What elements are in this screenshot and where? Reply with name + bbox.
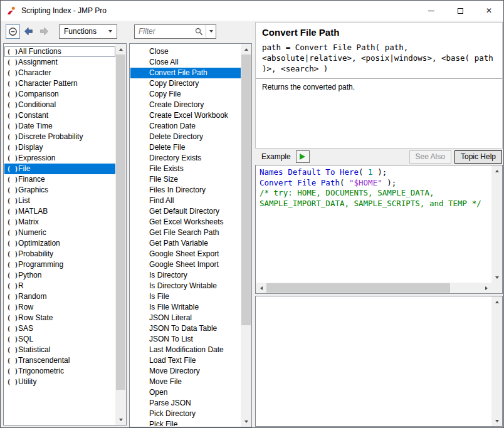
scroll-right-button[interactable]: [481, 283, 491, 293]
filter-options-dropdown[interactable]: [206, 25, 216, 38]
scroll-left-button[interactable]: [256, 283, 266, 293]
function-item[interactable]: Google Sheet Export: [130, 249, 241, 259]
category-item[interactable]: ( )Statistical: [4, 345, 115, 355]
example-code-editor[interactable]: Names Default To Here( 1 );Convert File …: [255, 165, 503, 294]
category-item[interactable]: ( )Matrix: [4, 217, 115, 227]
function-item[interactable]: Convert File Path: [130, 68, 241, 78]
category-item[interactable]: ( )Probability: [4, 249, 115, 259]
scrollbar-thumb[interactable]: [266, 283, 450, 293]
code-vertical-scrollbar[interactable]: [491, 165, 502, 283]
category-item[interactable]: ( )Finance: [4, 174, 115, 185]
function-item[interactable]: Get File Search Path: [130, 227, 241, 238]
example-output-pane[interactable]: [255, 296, 503, 427]
category-item[interactable]: ( )All Functions: [4, 46, 115, 57]
forward-button[interactable]: [36, 24, 51, 39]
run-example-button[interactable]: [296, 150, 310, 163]
category-scrollbar[interactable]: [115, 44, 126, 425]
category-item[interactable]: ( )Discrete Probability: [4, 132, 115, 142]
function-item[interactable]: Move Directory: [130, 366, 241, 377]
category-item[interactable]: ( )SQL: [4, 334, 115, 345]
function-item[interactable]: Open: [130, 387, 241, 398]
minimize-button[interactable]: [417, 1, 446, 21]
category-item[interactable]: ( )Constant: [4, 110, 115, 121]
function-item[interactable]: File Size: [130, 174, 241, 185]
function-item[interactable]: Get Excel Worksheets: [130, 217, 241, 227]
function-item[interactable]: Google Sheet Import: [130, 259, 241, 270]
function-item[interactable]: Is File: [130, 291, 241, 302]
category-item[interactable]: ( )Transcendental: [4, 355, 115, 366]
function-item[interactable]: Get Path Variable: [130, 238, 241, 249]
scroll-up-button[interactable]: [115, 44, 126, 55]
function-item[interactable]: Copy Directory: [130, 78, 241, 89]
category-item[interactable]: ( )Conditional: [4, 100, 115, 110]
close-button[interactable]: ✕: [475, 1, 503, 21]
scroll-down-button[interactable]: [241, 416, 251, 427]
category-item[interactable]: ( )Graphics: [4, 185, 115, 196]
example-code[interactable]: Names Default To Here( 1 );Convert File …: [256, 165, 491, 283]
function-item[interactable]: Close: [130, 46, 241, 57]
category-item[interactable]: ( )R: [4, 281, 115, 291]
output-scrollbar[interactable]: [491, 296, 502, 426]
scrollbar-thumb[interactable]: [116, 55, 125, 390]
filter-input[interactable]: [135, 25, 195, 38]
function-item[interactable]: Load Text File: [130, 355, 241, 366]
category-item[interactable]: ( )List: [4, 196, 115, 206]
function-item[interactable]: Directory Exists: [130, 153, 241, 164]
scroll-down-button[interactable]: [115, 414, 126, 425]
category-item[interactable]: ( )MATLAB: [4, 206, 115, 217]
category-item[interactable]: ( )Comparison: [4, 89, 115, 100]
collapse-button[interactable]: [6, 24, 20, 39]
function-item[interactable]: Creation Date: [130, 121, 241, 132]
function-item[interactable]: Get Default Directory: [130, 206, 241, 217]
category-item[interactable]: ( )Optimization: [4, 238, 115, 249]
scroll-down-button[interactable]: [491, 272, 502, 283]
category-item[interactable]: ( )Date Time: [4, 121, 115, 132]
function-item[interactable]: Is File Writable: [130, 302, 241, 313]
back-button[interactable]: [21, 24, 36, 39]
function-item[interactable]: Create Directory: [130, 100, 241, 110]
category-item[interactable]: ( )Trigonometric: [4, 366, 115, 377]
function-item[interactable]: Delete Directory: [130, 132, 241, 142]
function-item[interactable]: Delete File: [130, 142, 241, 153]
topic-help-button[interactable]: Topic Help: [454, 150, 502, 164]
function-scrollbar[interactable]: [241, 44, 251, 427]
category-item[interactable]: ( )Character: [4, 68, 115, 78]
code-horizontal-scrollbar[interactable]: [256, 283, 491, 293]
category-item[interactable]: ( )Random: [4, 291, 115, 302]
function-item[interactable]: Create Excel Workbook: [130, 110, 241, 121]
function-item[interactable]: File Exists: [130, 164, 241, 174]
scroll-up-button[interactable]: [491, 296, 502, 307]
category-item[interactable]: ( )Numeric: [4, 227, 115, 238]
function-item[interactable]: Parse JSON: [130, 398, 241, 409]
item-type-dropdown[interactable]: Functions: [59, 24, 117, 39]
function-item[interactable]: Close All: [130, 57, 241, 68]
category-item[interactable]: ( )Character Pattern: [4, 78, 115, 89]
function-item[interactable]: JSON To List: [130, 334, 241, 345]
function-item[interactable]: JSON Literal: [130, 313, 241, 323]
function-item[interactable]: Is Directory: [130, 270, 241, 281]
category-item[interactable]: ( )File: [4, 164, 115, 174]
scroll-down-button[interactable]: [491, 415, 502, 426]
maximize-button[interactable]: [446, 1, 475, 21]
function-item[interactable]: Is Directory Writable: [130, 281, 241, 291]
category-item[interactable]: ( )Python: [4, 270, 115, 281]
function-item[interactable]: Move File: [130, 377, 241, 387]
function-item[interactable]: Pick File: [130, 419, 241, 426]
category-item[interactable]: ( )Expression: [4, 153, 115, 164]
function-item[interactable]: Last Modification Date: [130, 345, 241, 355]
category-item[interactable]: ( )Assignment: [4, 57, 115, 68]
function-item[interactable]: Copy File: [130, 89, 241, 100]
function-item[interactable]: Files In Directory: [130, 185, 241, 196]
function-item[interactable]: Pick Directory: [130, 409, 241, 419]
see-also-button[interactable]: See Also: [409, 150, 451, 164]
category-item[interactable]: ( )SAS: [4, 323, 115, 334]
category-item[interactable]: ( )Row State: [4, 313, 115, 323]
category-item[interactable]: ( )Display: [4, 142, 115, 153]
category-item[interactable]: ( )Utility: [4, 377, 115, 387]
function-item[interactable]: Find All: [130, 196, 241, 206]
category-item[interactable]: ( )Row: [4, 302, 115, 313]
scrollbar-thumb[interactable]: [241, 55, 251, 325]
category-item[interactable]: ( )Programming: [4, 259, 115, 270]
function-item[interactable]: JSON To Data Table: [130, 323, 241, 334]
scroll-up-button[interactable]: [241, 44, 251, 55]
